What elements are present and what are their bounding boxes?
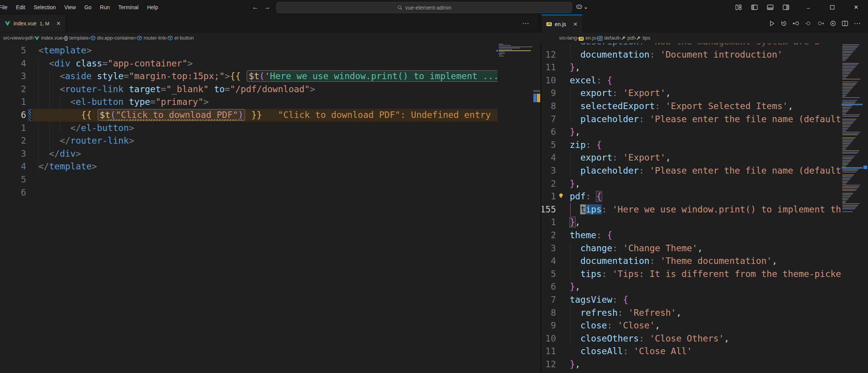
previous-change-icon[interactable]: [793, 20, 800, 27]
breadcrumb-item-views[interactable]: views: [12, 35, 24, 41]
editor-pane-index-vue[interactable]: 5<template>4 <div class="app-container">…: [0, 43, 540, 373]
breadcrumb-item-template[interactable]: {}template: [64, 35, 88, 41]
code-line[interactable]: 4 export: 'Export',: [542, 151, 841, 164]
code-line[interactable]: 10 excel: {: [542, 74, 841, 87]
breadcrumb-item-src[interactable]: src: [3, 35, 10, 41]
code-line[interactable]: 1 </el-button>: [0, 122, 498, 135]
run-icon[interactable]: [769, 20, 775, 27]
menu-item-help[interactable]: Help: [143, 0, 163, 15]
code-line[interactable]: 4 documentation: 'Theme documentation',: [542, 255, 841, 268]
menu-item-terminal[interactable]: Terminal: [114, 0, 143, 15]
lightbulb-icon[interactable]: [558, 192, 564, 199]
line-number: 8: [542, 307, 556, 320]
code-line[interactable]: 6 },: [542, 126, 841, 139]
menu-item-selection[interactable]: Selection: [30, 0, 60, 15]
command-center-search[interactable]: vue-element-admin: [276, 2, 572, 13]
next-change-icon[interactable]: [817, 20, 824, 27]
menu-item-view[interactable]: View: [60, 0, 80, 15]
minimap-line: [842, 129, 847, 130]
customize-layout-icon[interactable]: [735, 5, 742, 10]
menu-item-go[interactable]: Go: [80, 0, 96, 15]
code-line[interactable]: 5 tips: 'Tips: It is different from the …: [542, 268, 841, 281]
code-line[interactable]: 8 refresh: 'Refresh',: [542, 307, 841, 320]
toggle-panel-icon[interactable]: [767, 5, 773, 10]
code-line[interactable]: 12 },: [542, 358, 841, 371]
code-line[interactable]: 3 placeholder: 'Please enter the file na…: [542, 164, 841, 177]
code-line[interactable]: description: 'Now the management system …: [542, 43, 841, 48]
more-icon[interactable]: ⋯: [854, 19, 861, 28]
minimap-line: [842, 182, 847, 183]
close-tab-icon[interactable]: ✕: [573, 21, 578, 27]
code-line[interactable]: 11 },: [542, 61, 841, 74]
code-line[interactable]: 1 <el-button type="primary">: [0, 96, 498, 109]
minimap[interactable]: [498, 43, 533, 373]
nav-back-button[interactable]: ←: [252, 3, 259, 11]
copilot-menu[interactable]: ⌄: [576, 3, 588, 10]
code-line[interactable]: 4 <div class="app-container">: [0, 57, 498, 70]
breadcrumb-item-div.app-container[interactable]: div.app-container: [90, 35, 135, 41]
code-line[interactable]: 6 {{ $t("Click to download PDF") }} "Cli…: [0, 109, 498, 122]
code-line[interactable]: 1 },: [542, 216, 841, 229]
breadcrumb-item-index.vue[interactable]: index.vue: [34, 35, 63, 41]
change-icon[interactable]: [805, 20, 812, 27]
code-line[interactable]: 4</template>: [0, 160, 498, 173]
toggle-primary-sidebar-icon[interactable]: [751, 5, 758, 10]
toggle-secondary-sidebar-icon[interactable]: [783, 5, 789, 10]
breadcrumb-item-pdf[interactable]: pdf: [26, 35, 33, 41]
code-line[interactable]: 3 </div>: [0, 148, 498, 161]
breadcrumb-item-pdf[interactable]: pdf: [621, 35, 634, 41]
close-tab-icon[interactable]: ✕: [56, 20, 61, 27]
code-line[interactable]: 3 change: 'Change Theme',: [542, 242, 841, 255]
split-editor-icon[interactable]: [842, 21, 848, 26]
editor-pane-en-js[interactable]: description: 'Now the management system …: [542, 43, 868, 373]
left-editor-more-actions[interactable]: ⋯: [522, 19, 529, 28]
code-line[interactable]: 12 documentation: 'Document introduction…: [542, 48, 841, 61]
minimap[interactable]: [841, 43, 863, 373]
minimap-line: [842, 150, 860, 151]
timeline-icon[interactable]: [781, 20, 787, 27]
menu-item-file[interactable]: File: [0, 0, 12, 15]
code-line[interactable]: 5: [0, 173, 498, 186]
copilot-icon: [576, 4, 583, 10]
code-line[interactable]: 3 <aside style="margin-top:15px;">{{ $t(…: [0, 70, 498, 83]
tab-en-js[interactable]: JS en.js ✕: [542, 15, 582, 33]
breadcrumb-item-lang[interactable]: lang: [568, 35, 577, 41]
code-line[interactable]: 2 },: [542, 177, 841, 191]
breadcrumb-item-default[interactable]: @default: [597, 35, 619, 41]
menu-item-run[interactable]: Run: [96, 0, 114, 15]
tab-index-vue[interactable]: index.vue 1, M ✕: [0, 15, 65, 32]
code-line[interactable]: 11 closeAll: 'Close All': [542, 345, 841, 358]
close-window-button[interactable]: ✕: [844, 0, 868, 15]
breadcrumb-item-router-link[interactable]: router-link: [137, 35, 166, 41]
minimize-button[interactable]: –: [797, 0, 820, 15]
breadcrumb-item-en.js[interactable]: JSen.js: [579, 35, 596, 41]
code-line[interactable]: 9 export: 'Export',: [542, 87, 841, 100]
code-line[interactable]: 9 close: 'Close',: [542, 319, 841, 332]
code-line[interactable]: 5 zip: {: [542, 139, 841, 152]
breadcrumb-item-src[interactable]: src: [559, 35, 566, 41]
minimap-line: [842, 178, 851, 179]
code-line[interactable]: 5<template>: [0, 44, 498, 57]
code-line[interactable]: 1 pdf: {: [542, 190, 841, 203]
code-line[interactable]: 2 theme: {: [542, 229, 841, 242]
code-line[interactable]: 2 </router-link>: [0, 134, 498, 148]
code-line[interactable]: 6 },: [542, 280, 841, 293]
minimap-line: [842, 140, 853, 141]
minimap-line: [842, 207, 856, 208]
code-line[interactable]: 6: [0, 186, 498, 199]
breadcrumb-item-el-button[interactable]: el-button: [168, 35, 194, 41]
code-line[interactable]: 155 tips: 'Here we use window.print() to…: [542, 203, 841, 216]
menu-item-edit[interactable]: Edit: [12, 0, 30, 15]
nav-forward-button[interactable]: →: [264, 3, 271, 11]
breadcrumb-item-tips[interactable]: tips: [636, 35, 650, 41]
code-line[interactable]: 8 selectedExport: 'Export Selected Items…: [542, 100, 841, 113]
run-file-icon[interactable]: [830, 20, 836, 27]
javascript-icon: JS: [546, 22, 552, 26]
code-line[interactable]: 10 closeOthers: 'Close Others',: [542, 332, 841, 345]
minimap-line: [842, 158, 853, 159]
code-line[interactable]: 7 placeholder: 'Please enter the file na…: [542, 113, 841, 126]
indent-guide: [49, 70, 50, 160]
maximize-button[interactable]: [820, 0, 844, 15]
code-line[interactable]: 7 tagsView: {: [542, 293, 841, 307]
code-line[interactable]: 2 <router-link target="_blank" to="/pdf/…: [0, 83, 498, 96]
